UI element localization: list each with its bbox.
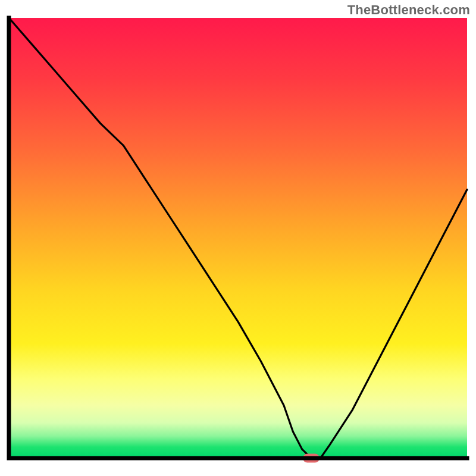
watermark-text: TheBottleneck.com — [347, 2, 470, 18]
minimum-marker — [303, 454, 320, 463]
gradient-background — [9, 18, 467, 458]
